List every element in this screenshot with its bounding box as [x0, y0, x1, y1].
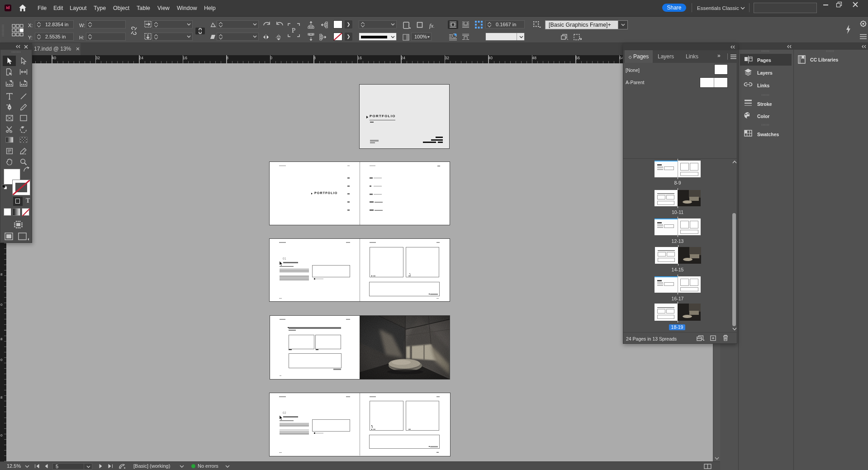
svg-text:P: P	[292, 27, 295, 34]
